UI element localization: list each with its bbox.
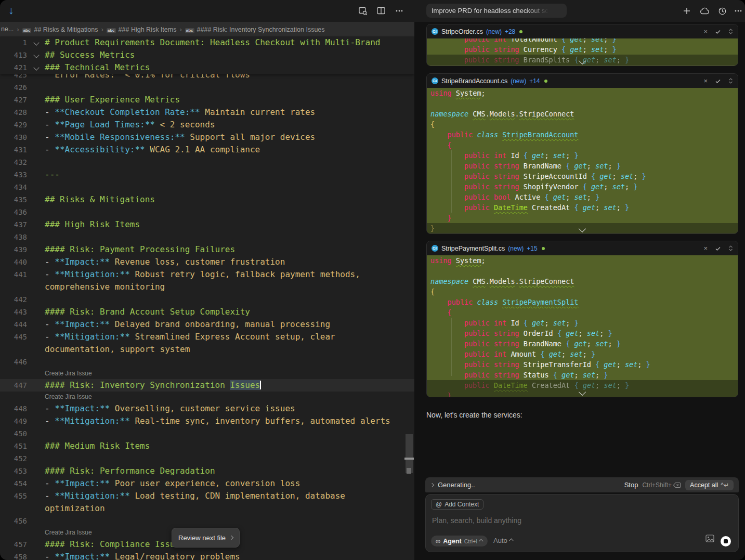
fold-chevron-icon[interactable] [33, 52, 39, 58]
editor-line[interactable]: 455- **Mitigation:** Load testing, CDN i… [0, 490, 414, 502]
open-preview-icon[interactable] [358, 6, 368, 18]
editor-line[interactable]: 439#### Risk: Payment Processing Failure… [0, 243, 414, 256]
diff-card-header[interactable]: C#StripePaymentSplit.cs(new)+15× [427, 241, 738, 255]
editor-line[interactable]: 452 [0, 452, 414, 465]
breadcrumb-root[interactable]: ne... [1, 25, 14, 33]
editor-scrollbar[interactable] [406, 434, 413, 473]
editor-line[interactable]: 438 [0, 231, 414, 243]
editor-line[interactable]: 449- **Mitigation:** Real-time sync, inv… [0, 415, 414, 427]
new-chat-icon[interactable] [682, 6, 692, 18]
line-text: --- [45, 168, 60, 181]
sticky-headers[interactable]: 1# Product Requirements Document: Headle… [0, 36, 414, 74]
editor-line[interactable]: 435## Risks & Mitigations [0, 193, 414, 206]
editor-line[interactable]: 447#### Risk: Inventory Synchronization … [0, 379, 414, 392]
editor-line[interactable]: 431- **Accessibility:** WCAG 2.1 AA comp… [0, 144, 414, 156]
chat-input-box[interactable]: @ Add Context Plan, search, build anythi… [425, 494, 739, 552]
cloud-icon[interactable] [699, 6, 710, 18]
breadcrumb-item[interactable]: #### Risk: Inventory Synchronization Iss… [197, 26, 325, 33]
at-icon: @ [436, 501, 442, 508]
editor-line[interactable]: 446 [0, 356, 414, 368]
accept-file-icon[interactable] [715, 245, 721, 252]
review-next-file-button[interactable]: Review next file [172, 528, 240, 548]
editor-line[interactable]: 437### High Risk Items [0, 218, 414, 231]
editor-line[interactable]: 450 [0, 427, 414, 440]
review-next-file-label: Review next file [178, 534, 226, 542]
chat-more-actions-icon[interactable] [733, 6, 743, 18]
editor-line[interactable]: 458- **Impact:** Legal/regulatory proble… [0, 551, 414, 560]
editor-line[interactable]: 448- **Impact:** Overselling, customer s… [0, 402, 414, 415]
codelens-create-jira-issue[interactable]: Create Jira Issue [0, 368, 414, 379]
editor-line[interactable]: 427### User Experience Metrics [0, 94, 414, 106]
indent-guide [451, 318, 452, 376]
editor-line[interactable]: 425 Error Rates: < 0.1% for critical flo… [0, 74, 414, 81]
expand-collapse-icon[interactable] [728, 77, 733, 84]
reject-file-icon[interactable]: × [703, 77, 708, 85]
code-line: public class StripePaymentSplit [427, 297, 738, 307]
editor-more-actions-icon[interactable] [394, 6, 404, 18]
editor-line[interactable]: 445- **Mitigation:** Streamlined Express… [0, 331, 414, 343]
markdown-editor[interactable]: 1# Product Requirements Document: Headle… [0, 36, 414, 560]
chat-tab[interactable]: Improve PRD for headless checkout sc [426, 4, 567, 18]
accept-all-button[interactable]: Accept all ^↵ [685, 480, 734, 490]
code-line [427, 266, 738, 276]
breadcrumb-item[interactable]: ### High Risk Items [119, 26, 177, 33]
editor-line[interactable]: comprehensive monitoring [0, 281, 414, 293]
editor-line[interactable]: 440- **Impact:** Revenue loss, customer … [0, 256, 414, 268]
editor-line[interactable]: 434 [0, 181, 414, 193]
editor-line[interactable]: 426 [0, 81, 414, 94]
diff-card: C#StripeOrder.cs(new)+28× public int Tot… [426, 24, 738, 66]
editor-line[interactable]: 443#### Risk: Brand Account Setup Comple… [0, 306, 414, 318]
chevron-right-icon[interactable] [430, 483, 434, 487]
reject-file-icon[interactable]: × [703, 28, 708, 35]
attach-image-icon[interactable] [705, 535, 714, 544]
stop-button[interactable]: Stop [624, 481, 638, 489]
editor-line[interactable]: 456 [0, 515, 414, 527]
editor-line[interactable]: 1# Product Requirements Document: Headle… [0, 36, 414, 49]
code-line: using System; [427, 255, 738, 266]
agent-mode-dropdown[interactable]: ∞ Agent Ctrl+I [431, 536, 488, 546]
diff-new-badge: (new) [511, 77, 526, 85]
editor-line[interactable]: 433--- [0, 168, 414, 181]
accept-file-icon[interactable] [715, 29, 721, 35]
fold-chevron-icon[interactable] [33, 40, 39, 45]
editor-line[interactable]: 432 [0, 156, 414, 168]
diff-card-header[interactable]: C#StripeBrandAccount.cs(new)+14× [427, 74, 738, 88]
editor-line[interactable]: 441- **Mitigation:** Robust retry logic,… [0, 268, 414, 281]
editor-line[interactable]: 451### Medium Risk Items [0, 440, 414, 452]
breadcrumb[interactable]: ne... ›abc## Risks & Mitigations›abc### … [0, 22, 414, 36]
editor-line[interactable]: 413## Success Metrics [0, 49, 414, 61]
titlebar: ↓ Improve PRD for headless checkout sc [0, 0, 745, 22]
line-number: 441 [0, 268, 27, 281]
expand-collapse-icon[interactable] [728, 28, 733, 35]
diff-card-header[interactable]: C#StripeOrder.cs(new)+28× [427, 24, 738, 38]
editor-line[interactable]: 454- **Impact:** Poor user experience, c… [0, 477, 414, 490]
editor-line[interactable]: 436 [0, 206, 414, 218]
accept-file-icon[interactable] [715, 78, 721, 84]
generating-bar: Generating.. Stop Ctrl+Shift+ Accept all… [425, 477, 739, 492]
breadcrumb-item[interactable]: ## Risks & Mitigations [34, 26, 98, 33]
fold-chevron-icon[interactable] [33, 64, 39, 70]
codelens-create-jira-issue[interactable]: Create Jira Issue [0, 392, 414, 402]
modified-dot-icon [519, 30, 522, 33]
editor-line[interactable]: optimization [0, 502, 414, 515]
editor-line[interactable]: 442 [0, 293, 414, 306]
expand-collapse-icon[interactable] [728, 245, 733, 252]
line-text: - **Mitigation:** Load testing, CDN impl… [45, 490, 345, 502]
model-auto-dropdown[interactable]: Auto [493, 537, 513, 544]
editor-line[interactable]: 421### Technical Metrics [0, 61, 414, 74]
expand-diff-chevron[interactable] [580, 225, 585, 233]
expand-diff-chevron[interactable] [580, 57, 585, 65]
editor-line[interactable]: 444- **Impact:** Delayed brand onboardin… [0, 318, 414, 331]
editor-line[interactable]: documentation, support system [0, 343, 414, 356]
history-icon[interactable] [717, 6, 728, 18]
split-editor-icon[interactable] [376, 6, 386, 18]
editor-line[interactable]: 453#### Risk: Performance Degradation [0, 465, 414, 477]
editor-line[interactable]: 430- **Mobile Responsiveness:** Support … [0, 131, 414, 144]
editor-line[interactable]: 429- **Page Load Times:** < 2 seconds [0, 119, 414, 131]
add-context-chip[interactable]: @ Add Context [431, 499, 483, 510]
reject-file-icon[interactable]: × [703, 244, 708, 252]
expand-diff-chevron[interactable] [580, 388, 585, 396]
editor-line[interactable]: 428- **Checkout Completion Rate:** Maint… [0, 106, 414, 119]
chat-input-placeholder: Plan, search, build anything [432, 516, 521, 525]
stop-generation-button[interactable] [721, 536, 731, 546]
